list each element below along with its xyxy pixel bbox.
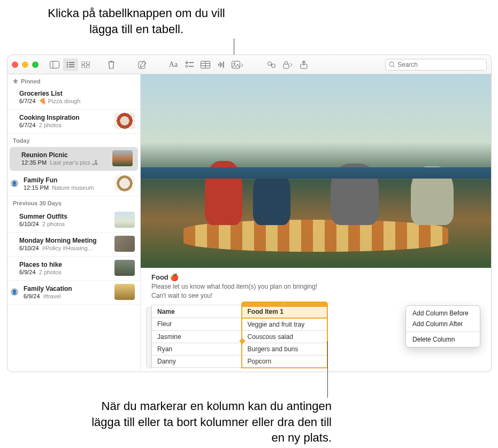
table-row-handle[interactable] bbox=[146, 307, 151, 368]
note-item-sub: 6/10/24 #Policy #Housing… bbox=[19, 245, 110, 251]
table-cell[interactable]: Popcorn bbox=[242, 355, 327, 368]
note-item-sub: 6/9/24 #travel bbox=[24, 293, 110, 299]
shared-icon: 👤 bbox=[11, 288, 18, 296]
note-description: Please let us know what food item(s) you… bbox=[151, 282, 480, 300]
table-column-handle[interactable]: ⋯ bbox=[241, 302, 328, 307]
svg-point-6 bbox=[67, 66, 68, 67]
minimize-window-button[interactable] bbox=[22, 61, 28, 68]
table-cell[interactable]: Danny bbox=[152, 355, 242, 368]
search-input[interactable] bbox=[397, 61, 483, 68]
format-button[interactable]: Aa bbox=[166, 58, 181, 71]
menu-add-column-after[interactable]: Add Column After bbox=[406, 319, 480, 329]
table-cell[interactable]: Couscous salad bbox=[242, 330, 327, 343]
note-item-title: Family Fun bbox=[24, 176, 110, 184]
table-row[interactable]: RyanBurgers and buns bbox=[152, 343, 327, 355]
media-button[interactable] bbox=[230, 58, 245, 71]
svg-point-28 bbox=[272, 64, 275, 67]
svg-point-27 bbox=[268, 61, 272, 65]
svg-point-26 bbox=[234, 63, 235, 64]
notes-sidebar[interactable]: Pinned Groceries List6/7/24 🍕 Pizza doug… bbox=[7, 74, 141, 372]
note-item-sub: 6/7/24 🍕 Pizza dough bbox=[19, 98, 135, 105]
prev-header: Previous 30 Days bbox=[7, 196, 140, 208]
svg-rect-7 bbox=[69, 66, 74, 67]
callout-bottom: När du markerar en kolumn kan du antinge… bbox=[80, 398, 332, 446]
note-hero-image bbox=[141, 74, 491, 268]
note-content[interactable]: Food 🍎 Please let us know what food item… bbox=[141, 74, 491, 372]
table-header-food[interactable]: Food Item 1 bbox=[242, 305, 327, 318]
svg-rect-23 bbox=[221, 63, 223, 66]
note-thumbnail bbox=[114, 175, 135, 191]
menu-separator bbox=[406, 331, 480, 332]
list-view-button[interactable] bbox=[63, 58, 78, 71]
search-field[interactable] bbox=[385, 59, 487, 71]
note-item-title: Reunion Picnic bbox=[21, 151, 108, 159]
note-thumbnail bbox=[112, 150, 133, 166]
svg-rect-9 bbox=[87, 61, 90, 64]
menu-add-column-before[interactable]: Add Column Before bbox=[406, 308, 480, 319]
sidebar-toggle-button[interactable] bbox=[47, 58, 62, 71]
delete-button[interactable] bbox=[104, 58, 119, 71]
view-mode-group bbox=[63, 58, 93, 71]
svg-point-15 bbox=[186, 65, 188, 67]
svg-rect-24 bbox=[223, 61, 224, 68]
audio-button[interactable] bbox=[214, 58, 229, 71]
table-cell[interactable]: Jasmine bbox=[152, 330, 242, 343]
note-item-sub: 6/7/24 2 photos bbox=[19, 122, 110, 128]
svg-rect-30 bbox=[284, 64, 289, 68]
callout-top: Klicka på tabellknappen om du vill lägga… bbox=[37, 5, 235, 37]
table-cell[interactable]: Burgers and buns bbox=[242, 343, 327, 355]
svg-rect-5 bbox=[69, 64, 74, 65]
note-item-title: Monday Morning Meeting bbox=[19, 237, 110, 244]
note-item-title: Cooking Inspiration bbox=[19, 114, 110, 121]
toolbar: Aa bbox=[7, 55, 491, 74]
svg-rect-22 bbox=[220, 62, 221, 67]
checklist-button[interactable] bbox=[182, 58, 197, 71]
note-item[interactable]: Summer Outfits6/10/24 2 photos bbox=[7, 208, 140, 233]
note-table[interactable]: Name Food Item 1 FleurVeggie and fruit t… bbox=[151, 305, 328, 368]
table-button[interactable] bbox=[198, 58, 213, 71]
note-item-title: Places to hike bbox=[19, 261, 110, 268]
grid-view-button[interactable] bbox=[78, 58, 93, 71]
svg-rect-10 bbox=[81, 65, 85, 68]
note-thumbnail bbox=[114, 284, 135, 300]
column-context-menu: Add Column Before Add Column After Delet… bbox=[405, 305, 480, 347]
note-item[interactable]: Groceries List6/7/24 🍕 Pizza dough bbox=[7, 87, 140, 110]
note-item-sub: 6/10/24 2 photos bbox=[19, 221, 110, 227]
lock-button[interactable] bbox=[280, 58, 295, 71]
note-item[interactable]: 👤Family Fun12:15 PM Nature museum bbox=[7, 172, 140, 196]
pinned-header: Pinned bbox=[7, 74, 140, 87]
table-header-name[interactable]: Name bbox=[152, 305, 242, 318]
menu-delete-column[interactable]: Delete Column bbox=[406, 334, 480, 345]
note-item[interactable]: Monday Morning Meeting6/10/24 #Policy #H… bbox=[7, 233, 140, 257]
note-item[interactable]: Places to hike6/9/24 2 photos bbox=[7, 257, 140, 281]
close-window-button[interactable] bbox=[12, 61, 18, 68]
table-row[interactable]: FleurVeggie and fruit tray bbox=[152, 318, 327, 331]
share-button[interactable] bbox=[296, 58, 311, 71]
note-thumbnail bbox=[114, 113, 135, 129]
svg-point-4 bbox=[67, 64, 68, 65]
link-button[interactable] bbox=[264, 58, 279, 71]
svg-rect-21 bbox=[218, 64, 219, 66]
note-thumbnail bbox=[114, 212, 135, 228]
table-cell[interactable]: Fleur bbox=[152, 318, 242, 331]
callout-line-bottom bbox=[327, 341, 328, 398]
note-item[interactable]: 👤Family Vacation6/9/24 #travel bbox=[7, 281, 140, 305]
zoom-window-button[interactable] bbox=[32, 61, 39, 68]
table-row[interactable]: DannyPopcorn bbox=[152, 355, 327, 368]
pin-icon bbox=[13, 79, 18, 84]
note-heading: Food 🍎 bbox=[151, 273, 480, 281]
new-note-button[interactable] bbox=[135, 58, 150, 71]
svg-rect-3 bbox=[69, 62, 74, 63]
note-item-sub: 12:35 PM Last year's pics 🏞 bbox=[21, 159, 108, 166]
note-item-title: Family Vacation bbox=[24, 285, 110, 292]
note-item[interactable]: Reunion Picnic12:35 PM Last year's pics … bbox=[10, 147, 138, 171]
note-item-sub: 12:15 PM Nature museum bbox=[24, 184, 110, 191]
today-header: Today bbox=[7, 134, 140, 146]
svg-rect-11 bbox=[87, 65, 90, 68]
note-item[interactable]: Cooking Inspiration6/7/24 2 photos bbox=[7, 110, 140, 134]
app-window: Aa Pinned bbox=[7, 55, 492, 372]
note-table-wrap: ⋯ Name Food Item 1 FleurVeggie and fruit… bbox=[151, 305, 328, 368]
table-cell[interactable]: Veggie and fruit tray bbox=[242, 318, 327, 331]
svg-point-2 bbox=[67, 61, 68, 63]
table-cell[interactable]: Ryan bbox=[152, 343, 242, 355]
